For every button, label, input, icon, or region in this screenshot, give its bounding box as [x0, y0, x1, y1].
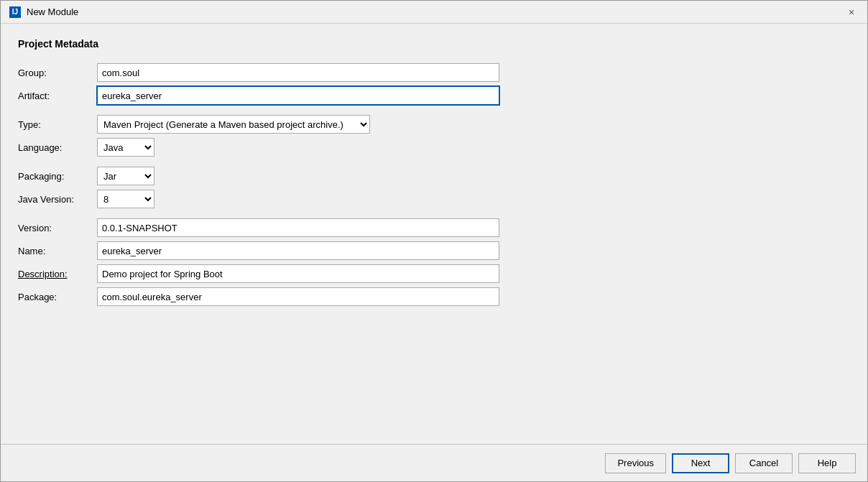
- language-select[interactable]: Java Kotlin Groovy: [97, 138, 154, 157]
- version-input[interactable]: [97, 218, 499, 237]
- title-bar-left: IJ New Module: [9, 6, 78, 18]
- spacer3b: [97, 210, 521, 216]
- java-version-field: 8 11 17: [97, 187, 521, 210]
- group-label: Group:: [18, 61, 97, 84]
- package-input[interactable]: [97, 287, 499, 306]
- spacer1: [18, 107, 97, 113]
- type-select[interactable]: Maven Project (Generate a Maven based pr…: [97, 115, 370, 134]
- java-version-label: Java Version:: [18, 187, 97, 210]
- packaging-field: Jar War: [97, 164, 521, 187]
- description-input[interactable]: [97, 264, 499, 283]
- group-input[interactable]: [97, 63, 499, 82]
- cancel-button[interactable]: Cancel: [735, 453, 793, 473]
- description-label: Description:: [18, 262, 97, 285]
- title-bar: IJ New Module ×: [1, 1, 867, 24]
- spacer2: [18, 159, 97, 164]
- packaging-label: Packaging:: [18, 164, 97, 187]
- description-field: [97, 262, 521, 285]
- version-field: [97, 216, 521, 239]
- section-title: Project Metadata: [18, 38, 850, 50]
- artifact-input[interactable]: [97, 86, 499, 105]
- form: Group: Artifact: Type: Maven: [18, 61, 521, 308]
- spacer3: [18, 210, 97, 216]
- intellij-icon: IJ: [9, 6, 21, 18]
- type-field: Maven Project (Generate a Maven based pr…: [97, 113, 521, 136]
- name-field: [97, 239, 521, 262]
- java-version-select[interactable]: 8 11 17: [97, 190, 154, 208]
- type-label: Type:: [18, 113, 97, 136]
- new-module-dialog: IJ New Module × Project Metadata Group: …: [0, 0, 868, 482]
- bottom-bar: Previous Next Cancel Help: [1, 444, 867, 481]
- group-field: [97, 61, 521, 84]
- close-button[interactable]: ×: [844, 5, 859, 19]
- artifact-label: Artifact:: [18, 84, 97, 107]
- name-input[interactable]: [97, 241, 499, 260]
- previous-button[interactable]: Previous: [605, 453, 666, 473]
- next-button[interactable]: Next: [672, 453, 729, 473]
- artifact-field: [97, 84, 521, 107]
- version-label: Version:: [18, 216, 97, 239]
- package-label: Package:: [18, 285, 97, 308]
- package-field: [97, 285, 521, 308]
- language-field: Java Kotlin Groovy: [97, 136, 521, 159]
- dialog-content: Project Metadata Group: Artifact:: [1, 24, 867, 444]
- name-label: Name:: [18, 239, 97, 262]
- spacer2b: [97, 159, 521, 164]
- language-label: Language:: [18, 136, 97, 159]
- help-button[interactable]: Help: [798, 453, 856, 473]
- dialog-title: New Module: [27, 6, 78, 17]
- packaging-select[interactable]: Jar War: [97, 167, 154, 185]
- spacer1b: [97, 107, 521, 113]
